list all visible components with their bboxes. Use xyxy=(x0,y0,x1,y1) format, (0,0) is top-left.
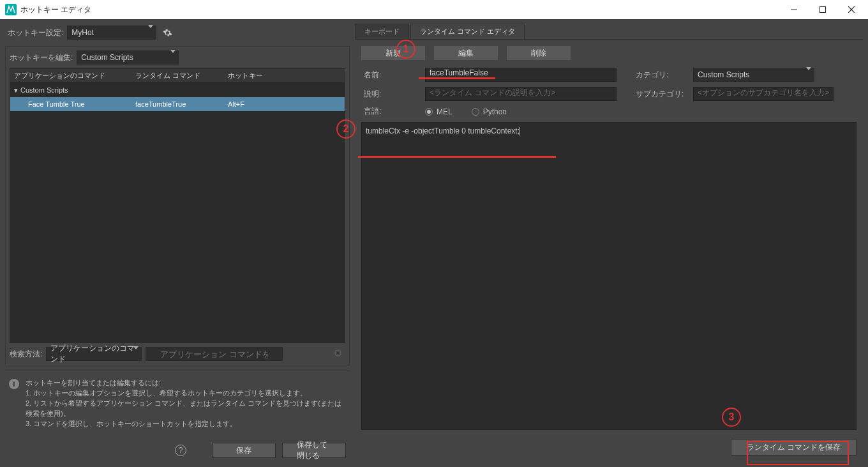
search-by-label: 検索方法: xyxy=(10,349,42,360)
hotkey-set-value: MyHot xyxy=(71,28,94,37)
search-input[interactable] xyxy=(146,347,283,361)
category-value: Custom Scripts xyxy=(698,70,749,79)
search-by-dropdown[interactable]: アプリケーションのコマンド xyxy=(46,347,142,361)
category-label: カテゴリ: xyxy=(636,70,687,80)
language-label: 言語: xyxy=(361,106,419,117)
new-button[interactable]: 新規 xyxy=(361,46,425,60)
chevron-down-icon xyxy=(148,28,153,37)
lang-python-label: Python xyxy=(483,107,507,116)
save-runtime-button[interactable]: ランタイム コマンドを保存 xyxy=(731,439,857,456)
edit-hotkey-label: ホットキーを編集: xyxy=(10,52,73,63)
tab-runtime-editor[interactable]: ランタイム コマンド エディタ xyxy=(410,24,525,39)
close-button[interactable] xyxy=(837,0,865,19)
window-title: ホットキー エディタ xyxy=(20,4,779,15)
maximize-button[interactable] xyxy=(808,0,837,19)
save-close-button[interactable]: 保存して閉じる xyxy=(282,443,346,458)
header-col-runtime-command[interactable]: ランタイム コマンド xyxy=(131,71,224,80)
row-hotkey: Alt+F xyxy=(224,100,345,108)
chevron-down-icon xyxy=(806,70,811,79)
info-icon: i xyxy=(9,379,19,389)
title-bar: ホットキー エディタ xyxy=(0,0,868,19)
help-line-1: 1. ホットキーの編集オプションを選択し、希望するホットキーのカテゴリを選択しま… xyxy=(26,388,346,398)
category-dropdown[interactable]: Custom Scripts xyxy=(693,68,814,82)
row-runtime: faceTumbleTrue xyxy=(131,100,224,108)
edit-hotkey-value: Custom Scripts xyxy=(81,53,133,62)
header-col-hotkey[interactable]: ホットキー xyxy=(224,71,345,80)
edit-button[interactable]: 編集 xyxy=(434,46,498,60)
name-label: 名前: xyxy=(361,70,419,80)
row-name: Face Tumble True xyxy=(10,100,131,108)
lang-python-radio[interactable]: Python xyxy=(472,107,507,116)
svg-rect-2 xyxy=(819,7,825,13)
save-button[interactable]: 保存 xyxy=(212,443,276,458)
gear-icon[interactable] xyxy=(160,26,174,40)
search-by-value: アプリケーションのコマンド xyxy=(50,343,137,365)
description-label: 説明: xyxy=(361,89,419,100)
list-header: アプリケーションのコマンド ランタイム コマンド ホットキー xyxy=(10,69,345,83)
chevron-down-icon xyxy=(170,53,176,62)
app-logo-icon xyxy=(5,4,17,15)
tree-expand-icon: ▾ xyxy=(14,86,20,95)
command-list[interactable]: アプリケーションのコマンド ランタイム コマンド ホットキー ▾ Custom … xyxy=(10,68,345,343)
hotkey-set-dropdown[interactable]: MyHot xyxy=(67,26,156,40)
script-editor[interactable]: tumbleCtx -e -objectTumble 0 tumbleConte… xyxy=(361,122,857,430)
radio-icon xyxy=(425,108,433,116)
help-button[interactable]: ? xyxy=(175,445,186,456)
tree-group-label: Custom Scripts xyxy=(20,86,68,94)
lang-mel-radio[interactable]: MEL xyxy=(425,107,453,116)
code-line: tumbleCtx -e -objectTumble 0 tumbleConte… xyxy=(366,126,520,135)
description-input[interactable]: <ランタイム コマンドの説明を入力> xyxy=(425,87,617,101)
clear-search-icon[interactable] xyxy=(334,349,341,358)
lang-mel-label: MEL xyxy=(437,107,453,116)
text-cursor xyxy=(520,127,520,135)
table-row[interactable]: Face Tumble True faceTumbleTrue Alt+F xyxy=(10,97,345,111)
delete-button[interactable]: 削除 xyxy=(507,46,571,60)
name-input[interactable]: faceTumbleFalse xyxy=(425,68,617,82)
chevron-down-icon xyxy=(133,349,138,358)
tabs: キーボード ランタイム コマンド エディタ xyxy=(355,24,863,40)
subcategory-input[interactable]: <オプションのサブカテゴリ名を入力> xyxy=(693,87,834,101)
help-line-2: 2. リストから希望するアプリケーション コマンド、またはランタイム コマンドを… xyxy=(26,398,346,418)
help-title: ホットキーを割り当てまたは編集するには: xyxy=(26,378,346,388)
edit-hotkey-dropdown[interactable]: Custom Scripts xyxy=(77,50,179,65)
tree-group-row[interactable]: ▾ Custom Scripts xyxy=(10,83,345,97)
hotkey-set-label: ホットキー設定: xyxy=(8,27,63,38)
help-panel: i ホットキーを割り当てまたは編集するには: 1. ホットキーの編集オプションを… xyxy=(5,371,350,435)
radio-icon xyxy=(472,108,479,116)
help-line-3: 3. コマンドを選択し、ホットキーのショートカットを指定します。 xyxy=(26,418,346,429)
tab-keyboard[interactable]: キーボード xyxy=(355,24,409,39)
header-col-app-command[interactable]: アプリケーションのコマンド xyxy=(10,71,131,80)
subcategory-label: サブカテゴリ: xyxy=(636,89,687,100)
minimize-button[interactable] xyxy=(779,0,808,19)
